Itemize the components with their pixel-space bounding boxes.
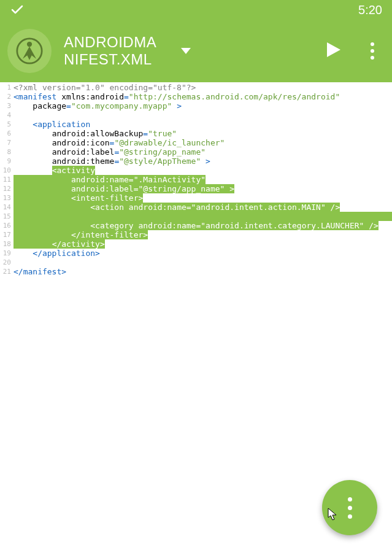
code-line[interactable]: package="com.mycompany.myapp" > (13, 101, 392, 110)
clock-text: 5:20 (358, 3, 382, 17)
app-logo-icon[interactable] (7, 29, 52, 73)
code-line[interactable]: <action android:name="android.intent.act… (13, 203, 392, 212)
code-line[interactable]: <manifest xmlns:android="http://schemas.… (13, 92, 392, 101)
title-line-1: ANDROIDMA (64, 34, 156, 50)
svg-point-1 (27, 42, 32, 47)
code-line[interactable]: <application (13, 120, 392, 129)
check-icon (10, 2, 25, 17)
code-line[interactable]: android:icon="@drawable/ic_launcher" (13, 138, 392, 147)
code-line[interactable]: android:name=".MainActivity" (13, 175, 392, 184)
code-line[interactable] (13, 110, 392, 120)
file-title-dropdown[interactable]: ANDROIDMA NIFEST.XML (64, 34, 323, 68)
overflow-menu-button[interactable] (365, 42, 380, 60)
code-line[interactable]: <?xml version="1.0" encoding="utf-8"?> (13, 83, 392, 92)
run-button[interactable] (323, 40, 343, 62)
code-line[interactable]: </manifest> (13, 267, 392, 276)
code-line[interactable]: <activity (13, 166, 392, 175)
code-line[interactable] (13, 212, 392, 221)
code-line[interactable]: </application> (13, 249, 392, 258)
code-line[interactable]: android:label="@string/app_name" (13, 147, 392, 157)
code-line[interactable]: <intent-filter> (13, 193, 392, 203)
code-area[interactable]: <?xml version="1.0" encoding="utf-8"?><m… (13, 82, 392, 550)
code-line[interactable]: </activity> (13, 239, 392, 249)
line-number-gutter: 123456789101112131415161718192021 (0, 82, 13, 550)
app-bar: ANDROIDMA NIFEST.XML (0, 20, 392, 82)
code-editor[interactable]: 123456789101112131415161718192021 <?xml … (0, 82, 392, 550)
mouse-cursor-icon (328, 508, 337, 524)
code-line[interactable]: android:theme="@style/AppTheme" > (13, 157, 392, 166)
code-line[interactable]: </intent-filter> (13, 230, 392, 239)
chevron-down-icon (181, 48, 191, 54)
code-line[interactable]: <category android:name="android.intent.c… (13, 221, 392, 230)
code-line[interactable] (13, 258, 392, 267)
code-line[interactable]: android:label="@string/app_name" > (13, 184, 392, 193)
title-line-2: NIFEST.XML (64, 51, 152, 68)
code-line[interactable]: android:allowBackup="true" (13, 129, 392, 138)
status-bar: 5:20 (0, 0, 392, 20)
